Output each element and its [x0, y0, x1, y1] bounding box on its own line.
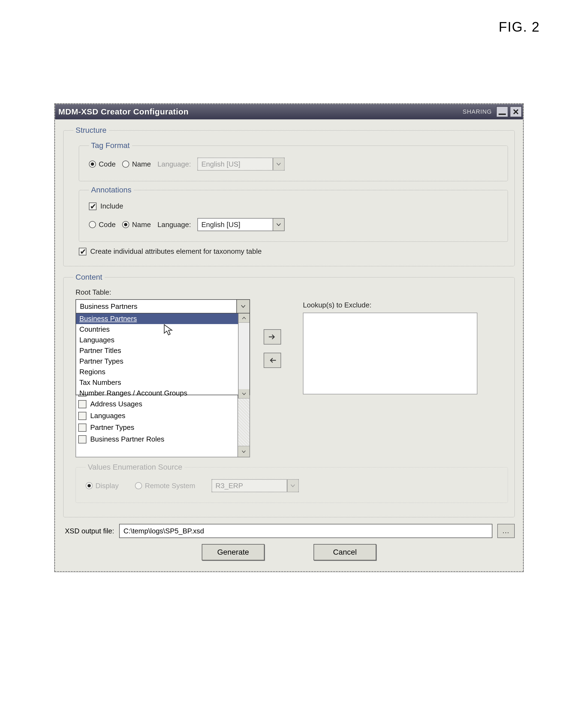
annotations-language-label: Language:	[157, 220, 191, 229]
list-item[interactable]: Countries	[76, 324, 238, 335]
cancel-button[interactable]: Cancel	[313, 544, 376, 561]
list-item[interactable]: Tax Numbers	[76, 377, 238, 388]
generate-button[interactable]: Generate	[202, 544, 265, 561]
radio-icon	[122, 160, 129, 167]
chevron-down-icon	[287, 480, 298, 492]
root-table-dropdown-list[interactable]: Business Partners Countries Languages Pa…	[76, 313, 250, 395]
window-title: MDM-XSD Creator Configuration	[58, 107, 189, 116]
close-button[interactable]	[510, 106, 522, 117]
move-right-button[interactable]	[263, 329, 281, 344]
xsd-output-label: XSD output file:	[65, 527, 114, 535]
scroll-down-icon[interactable]	[238, 446, 249, 457]
checkbox-icon[interactable]	[78, 412, 86, 420]
list-item[interactable]: Languages	[78, 410, 235, 422]
scroll-up-icon[interactable]	[238, 313, 249, 323]
annotations-include-checkbox[interactable]: Include	[89, 202, 123, 210]
annotations-legend: Annotations	[89, 186, 133, 194]
tag-format-code-radio[interactable]: Code	[89, 160, 116, 168]
radio-icon	[85, 482, 93, 489]
ves-remote-radio: Remote System	[135, 482, 195, 490]
list-item[interactable]: Number Ranges / Account Groups	[76, 388, 238, 398]
structure-group: Structure Tag Format Code Name Language:…	[63, 126, 515, 266]
content-legend: Content	[73, 273, 104, 282]
listbox-scrollbar[interactable]	[238, 313, 249, 398]
lookup-exclude-list[interactable]	[303, 313, 477, 394]
radio-icon	[122, 221, 129, 228]
annotations-name-radio[interactable]: Name	[122, 220, 151, 229]
content-group: Content Root Table: Business Partners	[63, 273, 515, 517]
taxonomy-checkbox[interactable]: Create individual attributes element for…	[79, 247, 262, 256]
values-enum-source-group: Values Enumeration Source Display Remote…	[76, 463, 508, 503]
sharing-badge: SHARING	[460, 108, 495, 115]
checkbox-icon	[89, 203, 97, 210]
chevron-down-icon[interactable]	[236, 300, 249, 313]
tag-format-language-label: Language:	[157, 160, 191, 168]
svg-rect-0	[499, 114, 506, 115]
list-item[interactable]: Regions	[76, 367, 238, 377]
annotations-group: Annotations Include Code Name	[79, 186, 508, 242]
scroll-down-icon[interactable]	[238, 389, 249, 398]
root-table-combobox-wrap: Business Partners Business Partners Coun…	[76, 299, 250, 313]
titlebar: MDM-XSD Creator Configuration SHARING	[55, 104, 523, 120]
radio-icon	[135, 482, 142, 489]
move-left-button[interactable]	[263, 353, 281, 368]
chevron-down-icon[interactable]	[273, 218, 284, 231]
figure-label: FIG. 2	[499, 19, 540, 35]
root-table-combobox[interactable]: Business Partners	[76, 299, 250, 313]
ves-display-radio: Display	[85, 482, 119, 490]
minimize-button[interactable]	[496, 106, 508, 117]
list-item[interactable]: Partner Titles	[76, 345, 238, 356]
list-item[interactable]: Languages	[76, 335, 238, 345]
lookup-exclude-label: Lookup(s) to Exclude:	[303, 301, 477, 309]
radio-icon	[89, 221, 96, 228]
tag-format-legend: Tag Format	[89, 141, 132, 150]
xsd-output-path-input[interactable]: C:\temp\logs\SP5_BP.xsd	[119, 524, 493, 538]
checkbox-icon	[79, 248, 86, 255]
list-item[interactable]: Partner Types	[78, 422, 235, 433]
dialog-window: MDM-XSD Creator Configuration SHARING St…	[54, 104, 524, 572]
list-item[interactable]: Address Usages	[78, 398, 235, 410]
list-item[interactable]: Partner Types	[76, 356, 238, 367]
radio-icon	[89, 160, 96, 167]
tag-format-group: Tag Format Code Name Language: English […	[79, 141, 508, 181]
chevron-down-icon	[273, 158, 284, 170]
browse-button[interactable]: ...	[497, 524, 515, 538]
root-table-label: Root Table:	[76, 288, 508, 296]
annotations-code-radio[interactable]: Code	[89, 220, 116, 229]
values-enum-source-legend: Values Enumeration Source	[85, 463, 184, 471]
annotations-language-select[interactable]: English [US]	[197, 218, 285, 231]
checkbox-icon[interactable]	[78, 435, 86, 443]
list-item[interactable]: Business Partners	[76, 313, 238, 324]
tag-format-language-select: English [US]	[197, 158, 285, 171]
checkbox-icon[interactable]	[78, 400, 86, 408]
structure-legend: Structure	[73, 126, 109, 135]
ves-remote-system-select: R3_ERP	[211, 479, 299, 492]
tag-format-name-radio[interactable]: Name	[122, 160, 151, 168]
list-item[interactable]: Business Partner Roles	[78, 433, 235, 445]
checkbox-icon[interactable]	[78, 423, 86, 432]
